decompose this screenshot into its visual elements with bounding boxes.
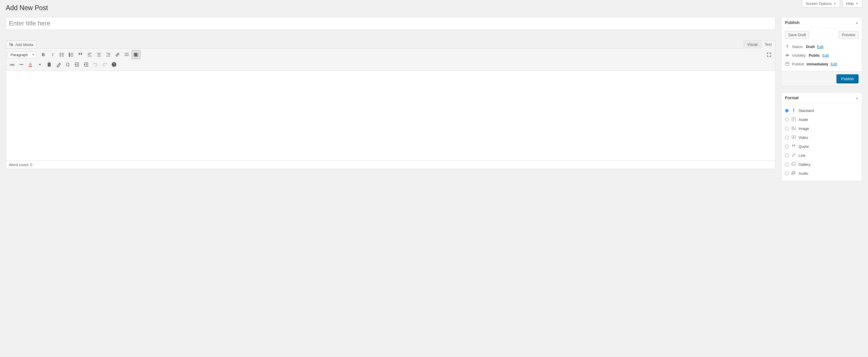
horizontal-rule-button[interactable] — [17, 60, 26, 69]
chevron-down-icon: ▼ — [856, 2, 859, 5]
tab-visual[interactable]: Visual — [744, 40, 761, 48]
save-draft-button[interactable]: Save Draft — [785, 31, 809, 39]
svg-text:A: A — [29, 62, 32, 66]
undo-button[interactable] — [91, 60, 100, 69]
align-left-button[interactable] — [85, 50, 94, 59]
media-icon — [9, 42, 13, 47]
bullet-list-button[interactable] — [58, 50, 66, 59]
svg-rect-71 — [793, 162, 795, 165]
help-label: Help — [846, 1, 854, 6]
redo-button[interactable] — [100, 60, 109, 69]
chevron-down-icon: ▼ — [32, 53, 35, 56]
read-more-button[interactable] — [122, 50, 131, 59]
paste-text-button[interactable]: T — [45, 60, 54, 69]
add-media-button[interactable]: Add Media — [6, 40, 36, 48]
pin-icon — [785, 44, 789, 49]
format-box-toggle[interactable]: Format ▲ — [781, 93, 862, 103]
svg-text:T: T — [49, 63, 50, 66]
blockquote-button[interactable] — [76, 50, 85, 59]
clear-formatting-button[interactable] — [54, 60, 63, 69]
svg-text:Ω: Ω — [66, 62, 69, 67]
schedule-label: Publish — [792, 62, 804, 66]
format-radio-aside[interactable] — [785, 118, 789, 122]
svg-point-8 — [60, 56, 60, 57]
italic-button[interactable]: I — [48, 50, 57, 59]
text-color-dropdown[interactable] — [36, 60, 44, 69]
keyboard-help-button[interactable]: ? — [110, 60, 118, 69]
status-label: Status: — [792, 44, 804, 49]
format-box: Format ▲ StandardAsideImageVideoQuoteLin… — [781, 92, 862, 181]
gallery-icon — [791, 161, 796, 167]
svg-rect-32 — [134, 54, 135, 55]
format-radio-quote[interactable] — [785, 144, 789, 149]
screen-options-toggle[interactable]: Screen Options ▼ — [802, 0, 840, 7]
status-value: Draft — [806, 44, 814, 49]
format-label-gallery[interactable]: Gallery — [799, 162, 810, 167]
svg-point-6 — [60, 54, 60, 55]
publish-box: Publish ▲ Save Draft Preview Status: Dra… — [781, 17, 862, 87]
edit-schedule-link[interactable]: Edit — [831, 62, 837, 66]
preview-button[interactable]: Preview — [839, 31, 859, 39]
format-label-video[interactable]: Video — [799, 135, 808, 140]
editor-container: Paragraph ▼ B I 123 — [6, 48, 775, 169]
content-editor[interactable] — [6, 71, 775, 161]
svg-text:B: B — [42, 52, 45, 57]
publish-button[interactable]: Publish — [836, 74, 859, 83]
visibility-label: Visibility: — [792, 53, 806, 58]
schedule-value: immediately — [807, 62, 828, 66]
format-radio-gallery[interactable] — [785, 163, 789, 166]
fullscreen-button[interactable] — [765, 50, 773, 59]
format-label-quote[interactable]: Quote — [799, 144, 809, 149]
audio-icon — [791, 170, 796, 176]
aside-icon — [791, 117, 796, 123]
svg-text:?: ? — [113, 63, 115, 66]
editor-toolbar: Paragraph ▼ B I 123 — [6, 48, 775, 71]
numbered-list-button[interactable]: 123 — [67, 50, 75, 59]
strikethrough-button[interactable]: ABC — [8, 60, 17, 69]
word-count: Word count: 0 — [6, 161, 775, 169]
help-toggle[interactable]: Help ▼ — [842, 0, 862, 7]
screen-options-label: Screen Options — [806, 1, 832, 6]
format-option-standard: Standard — [785, 106, 859, 115]
format-radio-image[interactable] — [785, 127, 789, 130]
format-radio-standard[interactable] — [785, 109, 789, 112]
format-label-audio[interactable]: Audio — [799, 171, 808, 175]
format-label-aside[interactable]: Aside — [799, 118, 808, 122]
svg-point-72 — [792, 173, 793, 175]
post-title-input[interactable] — [6, 17, 775, 30]
svg-text:3: 3 — [69, 55, 70, 57]
chevron-up-icon: ▲ — [856, 21, 859, 24]
tab-text[interactable]: Text — [761, 40, 775, 48]
video-icon — [791, 134, 796, 140]
format-label-link[interactable]: Link — [799, 153, 806, 158]
eye-icon — [785, 53, 789, 58]
toolbar-toggle-button[interactable] — [132, 50, 140, 59]
format-radio-video[interactable] — [785, 136, 789, 139]
block-format-select[interactable]: Paragraph ▼ — [8, 52, 37, 58]
svg-rect-33 — [135, 54, 136, 55]
link-button[interactable] — [113, 50, 122, 59]
block-format-value: Paragraph — [10, 53, 28, 57]
edit-visibility-link[interactable]: Edit — [822, 53, 829, 58]
align-right-button[interactable] — [104, 50, 113, 59]
edit-status-link[interactable]: Edit — [817, 44, 824, 49]
bold-button[interactable]: B — [39, 50, 48, 59]
outdent-button[interactable] — [73, 60, 81, 69]
svg-rect-34 — [136, 54, 137, 55]
format-radio-link[interactable] — [785, 154, 789, 157]
indent-button[interactable] — [82, 60, 91, 69]
publish-box-toggle[interactable]: Publish ▲ — [781, 18, 862, 28]
format-label-standard[interactable]: Standard — [799, 108, 814, 113]
text-color-button[interactable]: A — [26, 60, 35, 69]
special-character-button[interactable]: Ω — [63, 60, 72, 69]
svg-rect-35 — [135, 55, 137, 56]
align-center-button[interactable] — [95, 50, 103, 59]
svg-rect-58 — [785, 63, 789, 65]
format-label-image[interactable]: Image — [799, 126, 809, 131]
calendar-icon — [785, 62, 789, 66]
svg-rect-62 — [793, 110, 794, 112]
format-option-link: Link — [785, 151, 859, 160]
svg-rect-42 — [48, 62, 50, 63]
publish-box-title: Publish — [785, 20, 800, 25]
format-radio-audio[interactable] — [785, 171, 789, 175]
